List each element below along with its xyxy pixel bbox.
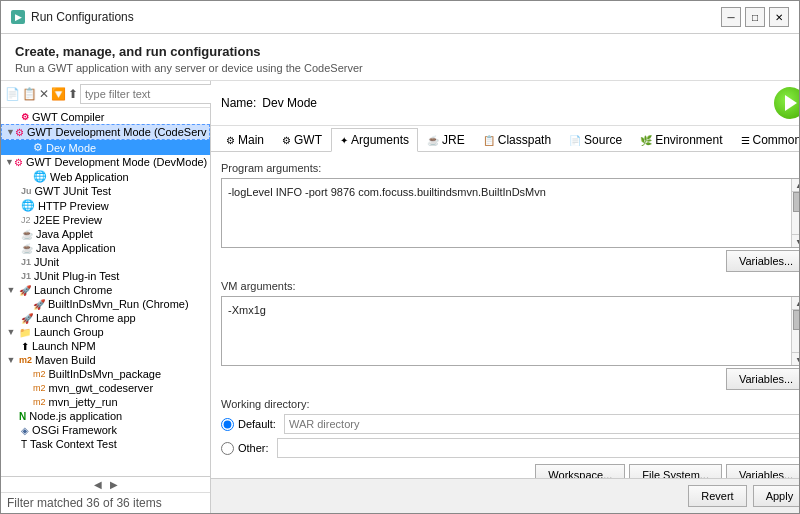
revert-button[interactable]: Revert <box>688 485 746 507</box>
mvn-jetty-icon: m2 <box>33 397 46 407</box>
other-dir-input[interactable] <box>277 438 799 458</box>
tab-source-label: Source <box>584 133 622 147</box>
expand-icon: ▼ <box>6 127 15 137</box>
header: Create, manage, and run configurations R… <box>1 34 799 81</box>
mvn-package-icon: m2 <box>33 369 46 379</box>
default-radio[interactable] <box>221 418 234 431</box>
default-dir-value[interactable] <box>284 414 799 434</box>
status-bar: Filter matched 36 of 36 items <box>1 492 210 513</box>
filesystem-button[interactable]: File System... <box>629 464 722 478</box>
tab-gwt-label: GWT <box>294 133 322 147</box>
tab-environment[interactable]: 🌿 Environment <box>631 128 731 151</box>
list-item[interactable]: 🚀 BuiltInDsMvn_Run (Chrome) <box>1 297 210 311</box>
list-item[interactable]: ▼ ⚙ GWT Development Mode (CodeServ <box>1 124 210 140</box>
config-area: Program arguments: -logLevel INFO -port … <box>211 152 799 478</box>
list-item[interactable]: ▼ 🚀 Launch Chrome <box>1 283 210 297</box>
program-args-label: Program arguments: <box>221 162 799 174</box>
list-item[interactable]: Ju GWT JUnit Test <box>1 184 210 198</box>
jre-tab-icon: ☕ <box>427 135 439 146</box>
list-item-label: mvn_gwt_codeserver <box>49 382 154 394</box>
other-radio[interactable] <box>221 442 234 455</box>
list-item[interactable]: ▼ m2 Maven Build <box>1 353 210 367</box>
sort-button[interactable]: ⬆ <box>68 84 78 104</box>
scroll-track <box>792 192 799 234</box>
title-controls: ─ □ ✕ <box>721 7 789 27</box>
list-item-label: Maven Build <box>35 354 96 366</box>
minimize-button[interactable]: ─ <box>721 7 741 27</box>
tab-source[interactable]: 📄 Source <box>560 128 631 151</box>
list-item[interactable]: ⚙ GWT Compiler <box>1 110 210 124</box>
tab-environment-label: Environment <box>655 133 722 147</box>
duplicate-button[interactable]: 📋 <box>22 84 37 104</box>
delete-button[interactable]: ✕ <box>39 84 49 104</box>
vm-args-scrollbar[interactable]: ▲ ▼ <box>791 297 799 365</box>
main-content: 📄 📋 ✕ 🔽 ⬆ ⚙ GWT Compiler ▼ <box>1 81 799 513</box>
program-args-scrollbar[interactable]: ▲ ▼ <box>791 179 799 247</box>
list-item[interactable]: ☕ Java Applet <box>1 227 210 241</box>
list-item[interactable]: 🌐 HTTP Preview <box>1 198 210 213</box>
scroll-thumb[interactable] <box>793 192 799 212</box>
tab-gwt[interactable]: ⚙ GWT <box>273 128 331 151</box>
tab-jre[interactable]: ☕ JRE <box>418 128 474 151</box>
list-item[interactable]: m2 mvn_gwt_codeserver <box>1 381 210 395</box>
expand-icon <box>5 201 17 211</box>
list-item-label: GWT Development Mode (CodeServ <box>27 126 207 138</box>
program-args-variables-button[interactable]: Variables... <box>726 250 799 272</box>
list-item[interactable]: ◈ OSGi Framework <box>1 423 210 437</box>
list-item[interactable]: J1 JUnit Plug-in Test <box>1 269 210 283</box>
j2ee-icon: J2 <box>21 215 31 225</box>
variables-button3[interactable]: Variables... <box>726 464 799 478</box>
left-panel: 📄 📋 ✕ 🔽 ⬆ ⚙ GWT Compiler ▼ <box>1 81 211 513</box>
scroll-right-btn[interactable]: ▶ <box>106 479 122 490</box>
list-item[interactable]: 🌐 Web Application <box>1 169 210 184</box>
expand-icon <box>5 411 17 421</box>
program-args-field[interactable]: -logLevel INFO -port 9876 com.focuss.bui… <box>222 179 799 247</box>
expand-icon <box>5 369 17 379</box>
maximize-button[interactable]: □ <box>745 7 765 27</box>
vm-args-field[interactable]: -Xmx1g <box>222 297 799 365</box>
scroll-down-btn[interactable]: ▼ <box>792 234 799 247</box>
list-item[interactable]: m2 BuiltInDsMvn_package <box>1 367 210 381</box>
workspace-button[interactable]: Workspace... <box>535 464 625 478</box>
list-item[interactable]: J2 J2EE Preview <box>1 213 210 227</box>
gwt-devmode-icon: ⚙ <box>15 127 24 138</box>
run-button[interactable] <box>774 87 799 119</box>
scroll-thumb2[interactable] <box>793 310 799 330</box>
scroll-up-btn2[interactable]: ▲ <box>792 297 799 310</box>
tab-classpath[interactable]: 📋 Classpath <box>474 128 560 151</box>
filter-input[interactable] <box>80 84 228 104</box>
expand-icon <box>5 425 17 435</box>
tab-main[interactable]: ⚙ Main <box>217 128 273 151</box>
list-item[interactable]: ⬆ Launch NPM <box>1 339 210 353</box>
list-item[interactable]: J1 JUnit <box>1 255 210 269</box>
configuration-tree: ⚙ GWT Compiler ▼ ⚙ GWT Development Mode … <box>1 108 210 476</box>
list-item[interactable]: T Task Context Test <box>1 437 210 451</box>
new-config-button[interactable]: 📄 <box>5 84 20 104</box>
list-item[interactable]: ⚙ Dev Mode <box>1 140 210 155</box>
junit-icon: Ju <box>21 186 32 196</box>
maven-icon: m2 <box>19 355 32 365</box>
name-value: Dev Mode <box>262 96 317 110</box>
apply-button[interactable]: Apply <box>753 485 799 507</box>
vm-args-variables-button[interactable]: Variables... <box>726 368 799 390</box>
gwt-tab-icon: ⚙ <box>282 135 291 146</box>
list-item-label: Launch Chrome <box>34 284 112 296</box>
list-item[interactable]: 🚀 Launch Chrome app <box>1 311 210 325</box>
list-item[interactable]: N Node.js application <box>1 409 210 423</box>
close-button[interactable]: ✕ <box>769 7 789 27</box>
list-item[interactable]: ▼ ⚙ GWT Development Mode (DevMode) <box>1 155 210 169</box>
filter-status: Filter matched 36 of 36 items <box>7 496 162 510</box>
filter-button[interactable]: 🔽 <box>51 84 66 104</box>
scroll-up-btn[interactable]: ▲ <box>792 179 799 192</box>
list-item[interactable]: ☕ Java Application <box>1 241 210 255</box>
expand-icon <box>5 186 17 196</box>
list-item[interactable]: ▼ 📁 Launch Group <box>1 325 210 339</box>
tab-arguments[interactable]: ✦ Arguments <box>331 128 418 152</box>
classpath-tab-icon: 📋 <box>483 135 495 146</box>
left-toolbar: 📄 📋 ✕ 🔽 ⬆ <box>1 81 210 108</box>
list-item[interactable]: m2 mvn_jetty_run <box>1 395 210 409</box>
expand-icon <box>5 215 17 225</box>
tab-common[interactable]: ☰ Common <box>732 128 800 151</box>
scroll-left-btn[interactable]: ◀ <box>90 479 106 490</box>
scroll-down-btn2[interactable]: ▼ <box>792 352 799 365</box>
